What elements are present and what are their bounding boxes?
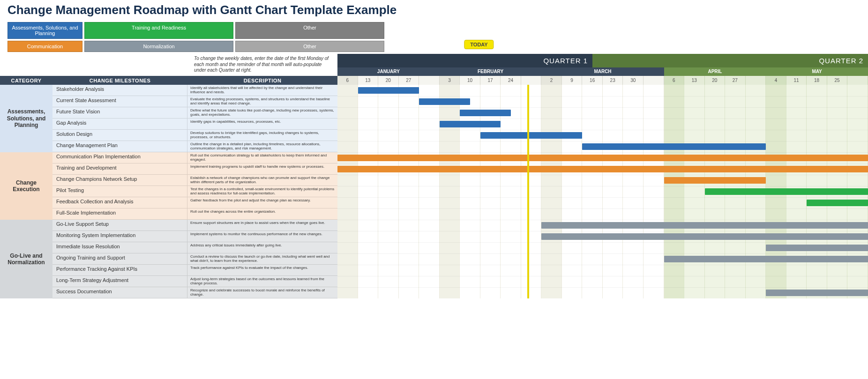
milestone-row: Change Management PlanOutline the change…: [52, 141, 337, 152]
month-label: APRIL: [664, 67, 766, 76]
milestone-row: Stakeholder AnalysisIdentify all stakeho…: [52, 85, 337, 96]
gantt-bar[interactable]: [766, 245, 868, 251]
week-label: 10: [460, 76, 480, 85]
legend-item: Other: [235, 22, 384, 39]
milestone-name: Pilot Testing: [52, 186, 187, 197]
month-label: JANUARY: [337, 67, 440, 76]
milestone-description: Evaluate the existing processes, systems…: [187, 96, 337, 107]
gantt-timeline: [337, 85, 868, 298]
legend-item: Normalization: [84, 41, 233, 52]
week-label: 17: [480, 76, 501, 85]
milestone-name: Change Champions Network Setup: [52, 175, 187, 186]
week-label: 6: [664, 76, 685, 85]
milestone-description: Track performance against KPIs to evalua…: [187, 265, 337, 276]
week-label: 6: [337, 76, 358, 85]
week-header: 613202731017242916233061320274111825: [337, 76, 868, 85]
milestone-row: Pilot TestingTest the changes in a contr…: [52, 186, 337, 197]
week-label: 23: [603, 76, 623, 85]
milestone-name: Stakeholder Analysis: [52, 85, 187, 96]
milestone-name: Monitoring System Implementation: [52, 231, 187, 242]
milestone-row: Feedback Collection and AnalysisGather f…: [52, 197, 337, 208]
milestone-name: Solution Design: [52, 130, 187, 141]
quarter-2: QUARTER 2: [592, 54, 868, 67]
gantt-bar[interactable]: [664, 256, 868, 262]
gantt-bar[interactable]: [337, 155, 868, 161]
category-label: Go-Live and Normalization: [0, 220, 52, 298]
milestone-description: Outline the change in a detailed plan, i…: [187, 141, 337, 152]
week-label: 30: [623, 76, 644, 85]
page-title: Change Management Roadmap with Gantt Cha…: [7, 3, 868, 17]
week-label: [746, 76, 766, 85]
week-label: 24: [501, 76, 521, 85]
gantt-bar[interactable]: [541, 233, 868, 240]
today-label: TODAY: [464, 40, 494, 49]
gantt-bar[interactable]: [358, 87, 419, 94]
gantt-bar[interactable]: [440, 121, 501, 127]
week-label: 25: [827, 76, 848, 85]
milestone-row: Monitoring System ImplementationImplemen…: [52, 231, 337, 242]
gantt-bar[interactable]: [480, 132, 583, 139]
week-label: [419, 76, 440, 85]
milestone-row: Training and DevelopmentImplement traini…: [52, 163, 337, 175]
today-line: [527, 85, 529, 298]
milestone-name: Training and Development: [52, 163, 187, 175]
milestone-name: Performance Tracking Against KPIs: [52, 265, 187, 276]
milestone-row: Future State VisionDefine what the futur…: [52, 107, 337, 119]
milestone-name: Ongoing Training and Support: [52, 253, 187, 265]
month-label: MARCH: [541, 67, 664, 76]
milestone-row: Change Champions Network SetupEstablish …: [52, 175, 337, 186]
category-label: Assessments, Solutions, and Planning: [0, 85, 52, 152]
legend: Assessments, Solutions, and Planning Tra…: [7, 22, 868, 52]
milestone-name: Current State Assessment: [52, 96, 187, 107]
column-category: CATEGORY: [0, 76, 52, 85]
milestone-name: Gap Analysis: [52, 119, 187, 130]
quarter-1: QUARTER 1: [337, 54, 592, 67]
milestone-row: Solution DesignDevelop solutions to brid…: [52, 130, 337, 141]
milestone-row: Current State AssessmentEvaluate the exi…: [52, 96, 337, 107]
quarter-header: QUARTER 1 QUARTER 2: [337, 54, 868, 67]
milestone-name: Success Documentation: [52, 287, 187, 298]
milestone-description: Test the changes in a controlled, small-…: [187, 186, 337, 197]
week-label: 11: [786, 76, 807, 85]
week-label: 13: [684, 76, 705, 85]
milestone-row: Communication Plan ImplementationRoll ou…: [52, 152, 337, 163]
milestone-description: Adjust long-term strategies based on the…: [187, 276, 337, 287]
column-milestones: CHANGE MILESTONES: [52, 76, 187, 85]
gantt-bar[interactable]: [419, 98, 470, 105]
milestone-row: Immediate Issue ResolutionAddress any cr…: [52, 242, 337, 253]
week-label: 18: [807, 76, 827, 85]
milestone-description: Identify all stakeholders that will be a…: [187, 85, 337, 96]
milestone-description: Establish a network of change champions …: [187, 175, 337, 186]
month-header: JANUARYFEBRUARYMARCHAPRILMAY: [337, 67, 868, 76]
legend-item: Other: [235, 41, 384, 52]
gantt-bar[interactable]: [337, 166, 868, 172]
milestone-row: Success DocumentationRecognize and celeb…: [52, 287, 337, 298]
week-label: 3: [440, 76, 460, 85]
milestone-row: Go-Live Support SetupEnsure support stru…: [52, 220, 337, 231]
milestone-description: Gather feedback from the pilot and adjus…: [187, 197, 337, 208]
gantt-bar[interactable]: [664, 177, 766, 184]
week-label: [847, 76, 868, 85]
milestone-name: Feedback Collection and Analysis: [52, 197, 187, 208]
gantt-bar[interactable]: [541, 222, 868, 229]
week-label: 9: [562, 76, 583, 85]
week-label: 27: [399, 76, 419, 85]
week-label: 27: [725, 76, 746, 85]
milestone-description: Recognize and celebrate successes to boo…: [187, 287, 337, 298]
week-label: 20: [705, 76, 726, 85]
gantt-bar[interactable]: [807, 200, 868, 206]
week-label: 2: [541, 76, 562, 85]
gantt-bar[interactable]: [766, 290, 868, 296]
gantt-bar[interactable]: [705, 188, 868, 195]
milestone-row: Performance Tracking Against KPIsTrack p…: [52, 265, 337, 276]
milestone-description: Roll out the changes across the entire o…: [187, 208, 337, 220]
gantt-bar[interactable]: [460, 110, 511, 116]
milestone-name: Immediate Issue Resolution: [52, 242, 187, 253]
milestone-description: Ensure support structures are in place t…: [187, 220, 337, 231]
gantt-bar[interactable]: [582, 143, 766, 150]
week-label: 20: [378, 76, 399, 85]
milestone-name: Full-Scale Implementation: [52, 208, 187, 220]
milestone-description: Define what the future state looks like …: [187, 107, 337, 119]
week-label: [521, 76, 542, 85]
milestone-description: Conduct a review to discuss the launch o…: [187, 253, 337, 265]
